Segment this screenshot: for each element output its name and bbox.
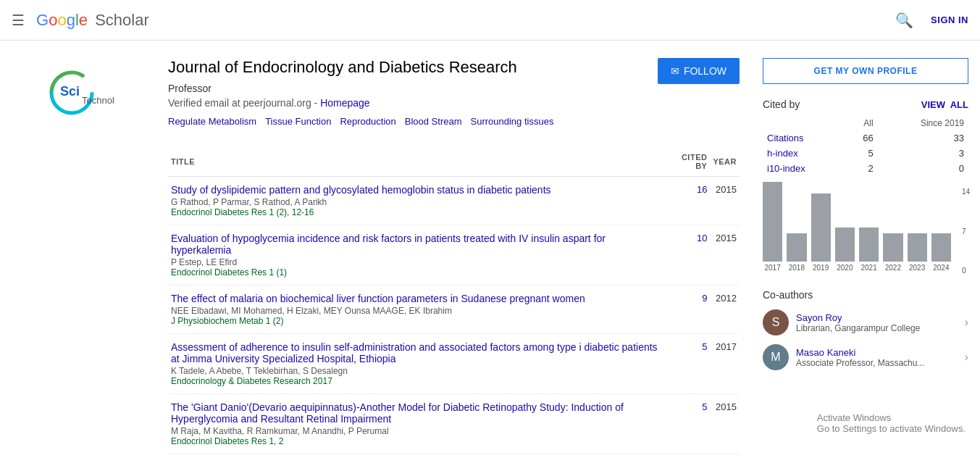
paper-authors: NEE Elbadawi, MI Mohamed, H Elzaki, MEY … [171,306,666,316]
papers-tbody: Study of dyslipidemic pattern and glycos… [168,177,740,454]
profile-tag[interactable]: Surrounding tissues [471,116,554,127]
publisher-logo: Sci Technol [41,64,127,122]
coauthors-title: Co-authors [763,289,968,301]
paper-cited-count[interactable]: 9 [669,285,711,334]
coauthors-list: SSayon RoyLibrarian, Gangarampur College… [763,309,968,370]
bar-col: 2017 [763,182,782,272]
bar[interactable] [835,228,855,262]
y-label-bot: 0 [962,267,970,275]
stat-value: 0 [878,161,968,176]
bar-col: 2020 [835,228,855,272]
bar[interactable] [811,193,831,262]
cited-by-header: Cited by VIEW ALL [763,99,968,110]
paper-journal: Endocrinol Diabetes Res 1, 2 [171,436,666,446]
main-layout: Sci Technol Journal of Endocrinology and… [0,41,980,463]
profile-tag[interactable]: Regulate Metabolism [168,116,256,127]
follow-icon: ✉ [671,65,679,77]
coauthor-item[interactable]: MMasao KanekiAssociate Professor, Massac… [763,344,968,370]
paper-cell: Assessment of adherence to insulin self-… [168,334,669,394]
stats-col-since: Since 2019 [878,116,968,130]
paper-cited-count[interactable]: 16 [669,177,711,225]
stat-label[interactable]: i10-index [763,161,845,176]
paper-title[interactable]: The effect of malaria on biochemical liv… [171,293,666,304]
paper-cell: The 'Giant Danio'(Devario aequipinnatus)… [168,394,669,454]
stats-tbody: Citations6633h-index53i10-index20 [763,130,968,176]
bar[interactable] [859,228,879,262]
table-row: The 'Giant Danio'(Devario aequipinnatus)… [168,394,740,454]
coauthor-role: Librarian, Gangarampur College [796,323,965,333]
y-label-top: 14 [962,188,970,196]
table-row: Evaluation of hypoglycemia incidence and… [168,225,740,285]
col-cited-header: CITED BY [669,147,711,177]
scholar-wordmark: Scholar [95,11,149,30]
sign-in-button[interactable]: SIGN IN [931,14,968,25]
stat-label[interactable]: Citations [763,130,845,146]
cited-by-title: Cited by [763,99,800,110]
paper-cited-count[interactable]: 10 [669,225,711,285]
bar[interactable] [883,233,902,262]
profile-tag[interactable]: Blood Stream [405,116,462,127]
paper-cited-count[interactable]: 5 [669,394,711,454]
stats-table: All Since 2019 Citations6633h-index53i10… [763,116,968,176]
menu-icon[interactable]: ☰ [12,12,25,29]
paper-cited-count[interactable]: 5 [669,334,711,394]
stats-row: h-index53 [763,146,968,161]
coauthor-item[interactable]: SSayon RoyLibrarian, Gangarampur College… [763,309,968,335]
bar-col: 2023 [908,233,927,272]
cited-by-section: Cited by VIEW ALL All Since 2019 Citatio… [763,99,968,275]
follow-button[interactable]: ✉ FOLLOW [658,58,740,84]
follow-label: FOLLOW [684,65,726,77]
view-all-text: ALL [950,99,968,110]
paper-journal: Endocrinol Diabetes Res 1 (1) [171,267,666,278]
paper-title[interactable]: Study of dyslipidemic pattern and glycos… [171,184,666,196]
bar[interactable] [908,233,927,262]
chevron-right-icon: › [965,351,968,364]
bar[interactable] [931,233,951,262]
paper-journal: Endocrinology & Diabetes Research 2017 [171,376,666,386]
paper-cell: Evaluation of hypoglycemia incidence and… [168,225,669,285]
coauthor-name[interactable]: Sayon Roy [796,312,965,323]
paper-title[interactable]: Assessment of adherence to insulin self-… [171,341,666,364]
chevron-right-icon: › [965,316,968,329]
paper-year: 2012 [710,285,740,334]
paper-year: 2015 [710,225,740,285]
bar-year-label: 2022 [885,264,901,272]
bar-col: 2024 [931,233,951,272]
avatar: M [763,344,789,370]
paper-authors: G Rathod, P Parmar, S Rathod, A Parikh [171,197,666,207]
bar[interactable] [787,233,806,262]
bar-year-label: 2023 [909,264,925,272]
coauthor-info: Sayon RoyLibrarian, Gangarampur College [796,312,965,333]
bar-year-label: 2017 [765,264,781,272]
profile-header-row: Journal of Endocrinology and Diabetics R… [168,58,740,141]
bar[interactable] [763,182,782,262]
paper-title[interactable]: Evaluation of hypoglycemia incidence and… [171,233,666,256]
paper-authors: M Raja, M Kavitha, R Ramkumar, M Anandhi… [171,426,666,436]
stats-col-all: All [845,116,878,130]
bar-year-label: 2018 [789,264,805,272]
coauthor-name[interactable]: Masao Kaneki [796,347,965,358]
coauthor-role: Associate Professor, Massachu... [796,358,965,368]
stats-col-0 [763,116,845,130]
profile-header-left: Journal of Endocrinology and Diabetics R… [168,58,646,141]
header: ☰ Google Scholar 🔍 SIGN IN [0,0,980,41]
profile-tag[interactable]: Reproduction [340,116,395,127]
get-profile-button[interactable]: GET MY OWN PROFILE [763,58,968,84]
paper-title[interactable]: The 'Giant Danio'(Devario aequipinnatus)… [171,401,666,425]
view-prefix: VIEW [921,99,945,110]
google-wordmark: Google [36,11,88,30]
profile-tag[interactable]: Tissue Function [265,116,331,127]
bar-year-label: 2020 [837,264,853,272]
stat-value: 3 [878,146,968,161]
paper-cell: Study of dyslipidemic pattern and glycos… [168,177,669,225]
svg-text:Sci: Sci [60,84,80,99]
col-title-header: TITLE [168,147,669,177]
stat-label[interactable]: h-index [763,146,845,161]
left-sidebar: Sci Technol [12,58,156,454]
search-icon[interactable]: 🔍 [895,12,913,29]
scitechnol-logo-svg: Sci Technol [44,67,124,118]
homepage-link[interactable]: Homepage [320,97,370,109]
right-panel: GET MY OWN PROFILE Cited by VIEW ALL All… [751,58,968,454]
view-all-link[interactable]: VIEW ALL [921,99,968,110]
stats-row: Citations6633 [763,130,968,146]
